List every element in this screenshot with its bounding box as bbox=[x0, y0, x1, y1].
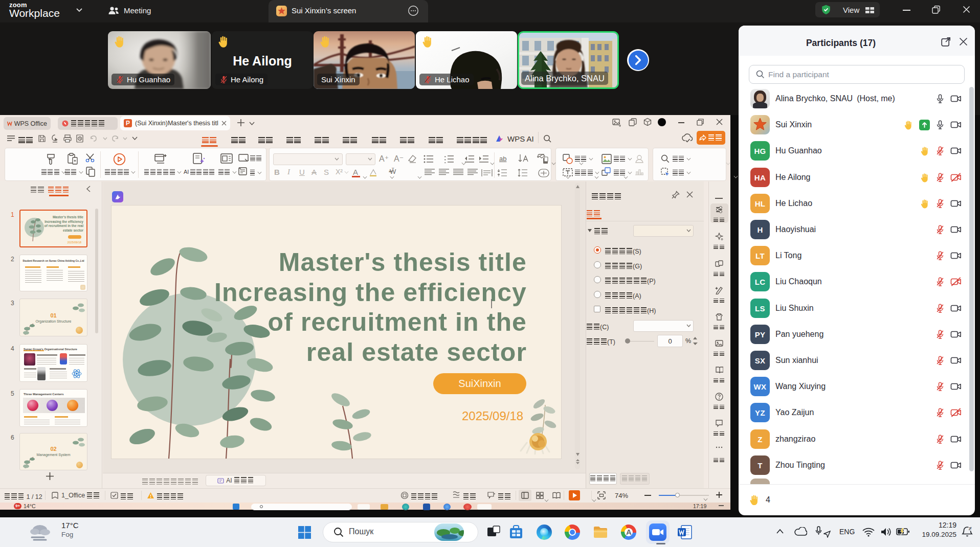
svg-text:z: z bbox=[970, 526, 972, 530]
